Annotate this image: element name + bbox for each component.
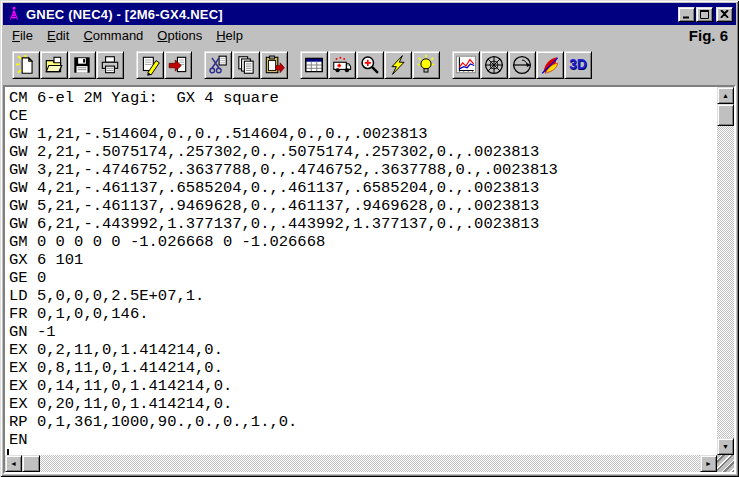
code-line: GE 0 [9, 269, 717, 287]
table-icon [303, 54, 325, 76]
lightbulb-icon [415, 54, 437, 76]
code-line: GX 6 101 [9, 251, 717, 269]
scroll-down-button[interactable]: ▼ [717, 438, 734, 455]
toolbar [3, 45, 736, 85]
antenna-app-icon[interactable] [6, 6, 22, 22]
polar-plot-button[interactable] [480, 51, 508, 79]
code-line: GW 6,21,-.443992,1.377137,0.,.443992,1.3… [9, 215, 717, 233]
code-line: GW 4,21,-.461137,.6585204,0.,.461137,.65… [9, 179, 717, 197]
menu-bar: FileEditCommandOptionsHelp Fig. 6 [3, 25, 736, 45]
lightning-button[interactable] [384, 51, 412, 79]
code-line: CM 6-el 2M Yagi: GX 4 square [9, 89, 717, 107]
text-caret [7, 449, 9, 455]
editor[interactable]: CM 6-el 2M Yagi: GX 4 squareCEGW 1,21,-.… [5, 87, 717, 455]
toolbar-group [204, 51, 288, 79]
code-line: CE [9, 107, 717, 125]
editor-lines: CM 6-el 2M Yagi: GX 4 squareCEGW 1,21,-.… [9, 89, 717, 449]
content-area: CM 6-el 2M Yagi: GX 4 squareCEGW 1,21,-.… [3, 85, 736, 474]
figure-label: Fig. 6 [689, 27, 732, 44]
scroll-left-button[interactable]: ◄ [5, 455, 22, 472]
horizontal-scroll-track[interactable] [40, 455, 700, 472]
vertical-scrollbar[interactable]: ▲ ▼ [717, 87, 734, 455]
open-file-icon [43, 54, 65, 76]
edit-deck-icon [139, 54, 161, 76]
scroll-down-icon: ▼ [722, 443, 729, 450]
close-button[interactable] [716, 7, 733, 22]
polar-plot-icon [483, 54, 505, 76]
copy-icon [235, 54, 257, 76]
cut-button[interactable] [204, 51, 232, 79]
scroll-left-icon: ◄ [10, 460, 17, 467]
pattern-3d-button[interactable] [536, 51, 564, 79]
import-deck-button[interactable] [164, 51, 192, 79]
menu-command[interactable]: Command [76, 26, 150, 45]
code-line: GW 2,21,-.5075174,.257302,0.,.5075174,.2… [9, 143, 717, 161]
azimuth-plot-icon [511, 54, 533, 76]
maximize-icon [700, 10, 709, 19]
copy-button[interactable] [232, 51, 260, 79]
horizontal-scroll-thumb[interactable] [22, 455, 40, 472]
pattern-3d-icon [539, 54, 561, 76]
scroll-up-button[interactable]: ▲ [717, 87, 734, 104]
line-chart-button[interactable] [452, 51, 480, 79]
code-line: FR 0,1,0,0,146. [9, 305, 717, 323]
code-line: EX 0,14,11,0,1.414214,0. [9, 377, 717, 395]
scroll-right-icon: ► [705, 460, 712, 467]
paste-icon [263, 54, 285, 76]
menu-items: FileEditCommandOptionsHelp [5, 26, 250, 45]
resize-grip[interactable] [717, 455, 734, 472]
open-file-button[interactable] [40, 51, 68, 79]
code-line: GW 3,21,-.4746752,.3637788,0.,.4746752,.… [9, 161, 717, 179]
close-icon [720, 10, 729, 18]
azimuth-plot-button[interactable] [508, 51, 536, 79]
menu-file[interactable]: File [5, 26, 40, 45]
new-file-icon [15, 54, 37, 76]
ambulance-icon [331, 54, 353, 76]
code-line: RP 0,1,361,1000,90.,0.,0.,1.,0. [9, 413, 717, 431]
lightbulb-button[interactable] [412, 51, 440, 79]
app-window: GNEC (NEC4) - [2M6-GX4.NEC] FileEditComm… [0, 0, 739, 477]
menu-options[interactable]: Options [150, 26, 209, 45]
table-button[interactable] [300, 51, 328, 79]
line-chart-icon [455, 54, 477, 76]
save-button[interactable] [68, 51, 96, 79]
paste-button[interactable] [260, 51, 288, 79]
code-line: GM 0 0 0 0 0 -1.026668 0 -1.026668 [9, 233, 717, 251]
scroll-up-icon: ▲ [722, 92, 729, 99]
lightning-icon [387, 54, 409, 76]
menu-edit[interactable]: Edit [40, 26, 76, 45]
code-line: GN -1 [9, 323, 717, 341]
toolbar-group [12, 51, 124, 79]
plot-3d-icon [567, 54, 589, 76]
zoom-icon [359, 54, 381, 76]
plot-3d-button[interactable] [564, 51, 592, 79]
edit-deck-button[interactable] [136, 51, 164, 79]
code-line: EX 0,20,11,0,1.414214,0. [9, 395, 717, 413]
code-line: EN [9, 431, 717, 449]
toolbar-group [136, 51, 192, 79]
vertical-scroll-thumb[interactable] [717, 104, 734, 126]
code-line: GW 5,21,-.461137,.9469628,0.,.461137,.94… [9, 197, 717, 215]
zoom-button[interactable] [356, 51, 384, 79]
cut-icon [207, 54, 229, 76]
window-title: GNEC (NEC4) - [2M6-GX4.NEC] [26, 7, 677, 22]
code-line: LD 5,0,0,0,2.5E+07,1. [9, 287, 717, 305]
ambulance-button[interactable] [328, 51, 356, 79]
title-bar[interactable]: GNEC (NEC4) - [2M6-GX4.NEC] [3, 3, 736, 25]
vertical-scroll-track[interactable] [717, 126, 734, 438]
maximize-button[interactable] [696, 7, 713, 22]
code-line: GW 1,21,-.514604,0.,0.,.514604,0.,0.,.00… [9, 125, 717, 143]
toolbar-group [300, 51, 440, 79]
minimize-button[interactable] [678, 7, 695, 22]
minimize-icon [682, 10, 691, 19]
new-file-button[interactable] [12, 51, 40, 79]
code-line: EX 0,8,11,0,1.414214,0. [9, 359, 717, 377]
horizontal-scrollbar[interactable]: ◄ ► [5, 455, 717, 472]
save-icon [71, 54, 93, 76]
code-line: EX 0,2,11,0,1.414214,0. [9, 341, 717, 359]
scroll-right-button[interactable]: ► [700, 455, 717, 472]
print-icon [99, 54, 121, 76]
toolbar-group [452, 51, 592, 79]
menu-help[interactable]: Help [209, 26, 250, 45]
print-button[interactable] [96, 51, 124, 79]
